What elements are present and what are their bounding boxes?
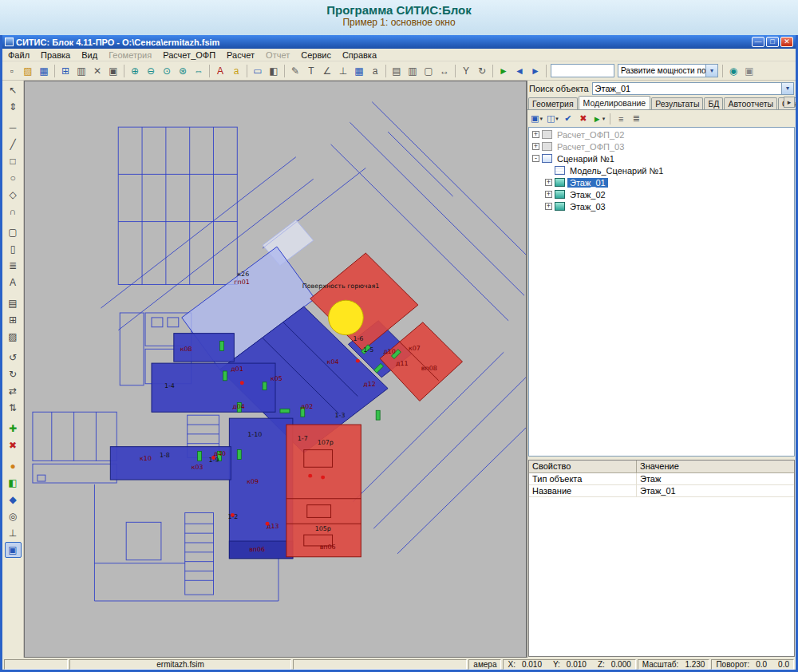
open-file-button[interactable]: ▨ <box>20 63 36 79</box>
time-input[interactable] <box>551 64 614 77</box>
tree-item-calc-ofp-03[interactable]: +Расчет_ОФП_03 <box>529 140 794 152</box>
zoom-out-button[interactable]: ⊖ <box>143 63 159 79</box>
poly-tool[interactable]: ◇ <box>5 187 22 203</box>
circle-tool[interactable]: ○ <box>5 170 22 186</box>
tree-item-floor-01[interactable]: +Этаж_01 <box>529 176 794 188</box>
tree-item-calc-ofp-02[interactable]: +Расчет_ОФП_02 <box>529 128 794 140</box>
tree-filter-button[interactable]: ◫▾ <box>545 112 560 126</box>
panel-toggle-button[interactable]: ▣ <box>741 63 757 79</box>
menu-item-calc-ofp[interactable]: Расчет_ОФП <box>157 49 221 61</box>
door-tool[interactable]: ▯ <box>5 241 22 257</box>
tree-add-button[interactable]: ▣▾ <box>529 112 544 126</box>
tree-expander[interactable]: - <box>532 155 539 162</box>
tree-expander[interactable]: + <box>532 143 539 150</box>
tab-results[interactable]: Результаты <box>651 97 703 109</box>
text-tool-button[interactable]: Т <box>303 63 319 79</box>
tab-autoreports[interactable]: Автоотчеты <box>724 97 777 109</box>
tree-item-model-scenario-1[interactable]: Модель_Сценарий №1 <box>529 164 794 176</box>
chevron-down-icon[interactable]: ▾ <box>705 65 717 77</box>
palette-button[interactable]: ◧ <box>266 63 282 79</box>
angle-tool-button[interactable]: ∠ <box>319 63 335 79</box>
zone-tool[interactable]: ◆ <box>5 492 22 508</box>
rect-tool[interactable]: □ <box>5 153 22 169</box>
run-simulation-button[interactable]: ► <box>496 63 512 79</box>
line-tool[interactable]: ╱ <box>5 136 22 152</box>
tree-list-grouped-button[interactable]: ≣ <box>629 112 643 126</box>
property-row[interactable]: Тип объектаЭтаж <box>529 473 794 485</box>
tree-expander[interactable]: + <box>545 203 552 210</box>
object-search-combo[interactable]: Этаж_01 ▾ <box>592 82 794 95</box>
layers-tool[interactable]: ▤ <box>5 295 22 311</box>
arc-tool[interactable]: ∩ <box>5 204 22 219</box>
select-tool[interactable]: ↖ <box>5 82 22 98</box>
property-row[interactable]: НазваниеЭтаж_01 <box>529 485 794 497</box>
rotate-right-tool[interactable]: ↻ <box>5 366 22 382</box>
rotate-left-tool[interactable]: ↺ <box>5 350 22 366</box>
tree-item-floor-02[interactable]: +Этаж_02 <box>529 188 794 200</box>
measure2-tool[interactable]: ⊥ <box>5 525 22 541</box>
add-object-tool[interactable]: ✚ <box>5 421 22 437</box>
pan-button[interactable]: ⇔ <box>191 63 207 79</box>
grid-snap-tool[interactable]: ⊞ <box>5 312 22 328</box>
menu-item-report[interactable]: Отчет <box>260 49 295 61</box>
hatch-tool[interactable]: ▨ <box>5 329 22 345</box>
save-file-button[interactable]: ▦ <box>36 63 52 79</box>
grid-tool-button[interactable]: ▦ <box>351 63 367 79</box>
tab-db[interactable]: БД <box>704 97 723 109</box>
tab-geometry[interactable]: Геометрия <box>528 97 578 109</box>
tree-item-floor-03[interactable]: +Этаж_03 <box>529 200 794 212</box>
frame-button[interactable]: ▢ <box>421 63 437 79</box>
label-tool-button[interactable]: a <box>367 63 383 79</box>
minimize-button[interactable]: — <box>752 37 764 47</box>
font-color-button[interactable]: A <box>212 63 228 79</box>
menu-item-file[interactable]: Файл <box>2 49 35 61</box>
fire-source-tool[interactable]: ● <box>5 458 22 474</box>
screen-view-button[interactable]: ▭ <box>250 63 266 79</box>
fill-color-button[interactable]: a <box>228 63 244 79</box>
room-tool[interactable]: ▢ <box>5 224 22 240</box>
zoom-extents-button[interactable]: ⊛ <box>175 63 191 79</box>
new-file-button[interactable]: ▫ <box>4 63 20 79</box>
table-view-button[interactable]: ⊞ <box>57 63 73 79</box>
wall-tool[interactable]: ─ <box>5 120 22 136</box>
zoom-window-button[interactable]: ⊙ <box>159 63 175 79</box>
axis-y-button[interactable]: Y <box>458 63 474 79</box>
step-back-button[interactable]: ◄ <box>512 63 527 79</box>
move-button[interactable]: ↔ <box>437 63 452 79</box>
tree-item-scenario-1[interactable]: -Сценарий №1 <box>529 152 794 164</box>
active-mode-tool[interactable]: ▣ <box>5 542 22 558</box>
rotate-view-button[interactable]: ↻ <box>474 63 490 79</box>
tree-expander[interactable]: + <box>545 191 552 198</box>
stairs-tool[interactable]: ≣ <box>5 258 22 274</box>
mirror-v-tool[interactable]: ⇅ <box>5 400 22 416</box>
tab-scroll-button[interactable]: ▸ <box>784 97 795 108</box>
edit-geometry-button[interactable]: ✎ <box>287 63 303 79</box>
layers-button[interactable]: ▤ <box>389 63 405 79</box>
delete-object-tool[interactable]: ✖ <box>5 437 22 453</box>
tree-check-button[interactable]: ✔ <box>561 112 575 126</box>
pan-tool[interactable]: ⇕ <box>5 99 22 115</box>
tree-run-button[interactable]: ►▾ <box>591 112 606 126</box>
mirror-h-tool[interactable]: ⇄ <box>5 383 22 399</box>
paste-button[interactable]: ▣ <box>105 63 121 79</box>
tab-modeling[interactable]: Моделирование <box>579 96 651 110</box>
menu-item-calc[interactable]: Расчет <box>221 49 260 61</box>
close-button[interactable]: ✕ <box>780 37 793 47</box>
exit-tool[interactable]: ◧ <box>5 475 22 491</box>
tree-list-flat-button[interactable]: ≡ <box>614 112 628 126</box>
measure-tool-button[interactable]: ⊥ <box>335 63 351 79</box>
drawing-canvas[interactable]: к26гп01Поверхность горючая1к081-4д01к05к… <box>24 81 527 658</box>
step-forward-button[interactable]: ► <box>527 63 543 79</box>
zoom-in-button[interactable]: ⊕ <box>127 63 143 79</box>
mode-combo[interactable]: Развитие мощности пож▾ <box>618 64 718 77</box>
menu-item-view[interactable]: Вид <box>76 49 103 61</box>
menu-item-service[interactable]: Сервис <box>295 49 337 61</box>
tree-expander[interactable]: + <box>532 131 539 138</box>
camera-tool[interactable]: ◎ <box>5 508 22 524</box>
maximize-button[interactable]: □ <box>766 37 779 47</box>
tree-delete-button[interactable]: ✖ <box>576 112 591 126</box>
text-annotation-tool[interactable]: А <box>5 275 22 291</box>
floorplan-svg[interactable]: к26гп01Поверхность горючая1к081-4д01к05к… <box>25 81 526 657</box>
chevron-down-icon[interactable]: ▾ <box>781 83 793 94</box>
record-button[interactable]: ◉ <box>725 63 741 79</box>
